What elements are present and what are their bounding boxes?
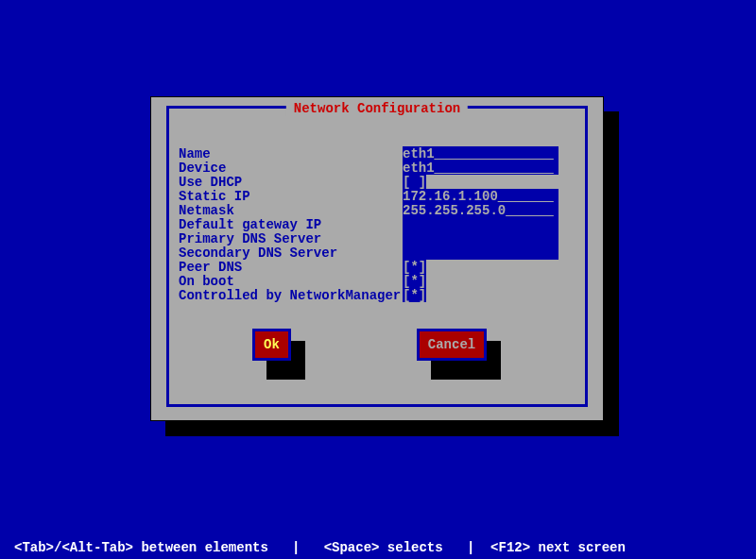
- footer-hint: <Tab>/<Alt-Tab> between elements | <Spac…: [14, 540, 626, 559]
- input-name[interactable]: eth1_______________: [403, 146, 558, 161]
- label-on-boot: On boot: [179, 274, 234, 289]
- row-peer-dns: Peer DNS [*]: [179, 260, 584, 274]
- input-netmask[interactable]: 255.255.255.0______: [403, 203, 558, 217]
- input-static-ip[interactable]: 172.16.1.100_______: [403, 189, 558, 203]
- form-area: Name eth1_______________ Device eth1____…: [179, 146, 584, 302]
- row-netmask: Netmask 255.255.255.0______: [179, 203, 584, 217]
- row-device: Device eth1_______________: [179, 161, 584, 175]
- label-gateway: Default gateway IP: [179, 217, 321, 232]
- row-static-ip: Static IP 172.16.1.100_______: [179, 189, 584, 203]
- input-gateway[interactable]: [403, 217, 558, 231]
- row-primary-dns: Primary DNS Server: [179, 231, 584, 246]
- checkbox-peer-dns[interactable]: [*]: [403, 260, 426, 274]
- ok-button[interactable]: Ok: [252, 329, 291, 361]
- input-device[interactable]: eth1_______________: [403, 161, 558, 175]
- cancel-label: Cancel: [428, 337, 475, 352]
- cancel-button[interactable]: Cancel: [417, 329, 487, 361]
- label-primary-dns: Primary DNS Server: [179, 231, 321, 246]
- checkbox-networkmanager[interactable]: [*]: [403, 288, 426, 302]
- dialog-title: Network Configuration: [286, 101, 468, 116]
- label-networkmanager: Controlled by NetworkManager: [179, 288, 401, 303]
- input-primary-dns[interactable]: [403, 231, 558, 246]
- label-use-dhcp: Use DHCP: [179, 175, 242, 190]
- row-on-boot: On boot [*]: [179, 274, 584, 288]
- ok-label: Ok: [264, 337, 280, 352]
- row-secondary-dns: Secondary DNS Server: [179, 246, 584, 260]
- label-device: Device: [179, 161, 226, 176]
- checkbox-on-boot[interactable]: [*]: [403, 274, 426, 288]
- dialog: Network Configuration Name eth1_________…: [150, 96, 604, 421]
- button-row: Ok Cancel: [151, 329, 603, 385]
- row-networkmanager: Controlled by NetworkManager [*]: [179, 288, 584, 302]
- input-secondary-dns[interactable]: [403, 246, 558, 260]
- label-static-ip: Static IP: [179, 189, 250, 204]
- row-use-dhcp: Use DHCP [ ]: [179, 175, 584, 189]
- row-name: Name eth1_______________: [179, 146, 584, 161]
- row-gateway: Default gateway IP: [179, 217, 584, 231]
- label-peer-dns: Peer DNS: [179, 260, 242, 275]
- title-text: Network Configuration: [294, 101, 460, 116]
- checkbox-use-dhcp[interactable]: [ ]: [403, 175, 426, 189]
- label-netmask: Netmask: [179, 203, 234, 218]
- label-secondary-dns: Secondary DNS Server: [179, 246, 337, 261]
- label-name: Name: [179, 146, 211, 161]
